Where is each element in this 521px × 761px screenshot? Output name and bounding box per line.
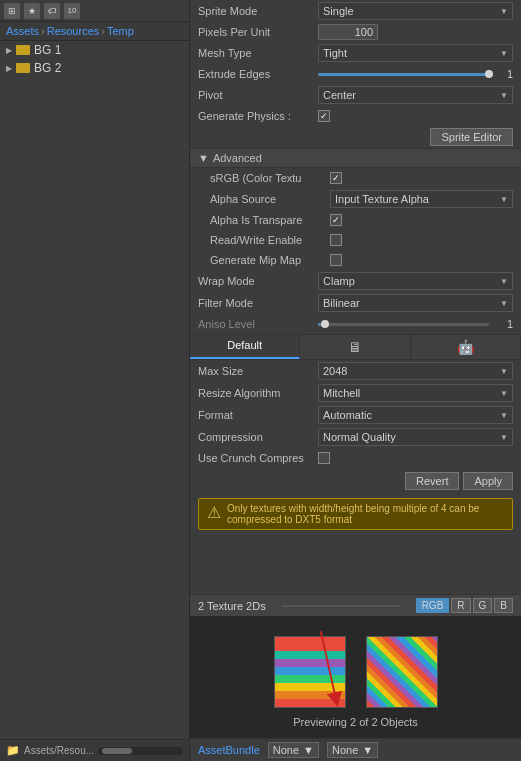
alpha-transparent-value: ✓: [330, 214, 513, 226]
thumb-img-2: [367, 637, 437, 707]
monitor-icon: 🖥: [348, 339, 362, 355]
thumb-img-1: [275, 637, 345, 707]
pivot-dropdown[interactable]: Center ▼: [318, 86, 513, 104]
horizontal-scrollbar[interactable]: [98, 747, 183, 755]
pivot-arrow: ▼: [500, 91, 508, 100]
prop-srgb: sRGB (Color Textu ✓: [190, 168, 521, 188]
preview-bottom: AssetBundle None ▼ None ▼: [190, 738, 521, 761]
alpha-source-dropdown[interactable]: Input Texture Alpha ▼: [330, 190, 513, 208]
breadcrumb-assets[interactable]: Assets: [6, 25, 39, 37]
aniso-level-value: 1: [318, 318, 513, 330]
generate-physics-value: ✓: [318, 110, 513, 122]
preview-thumb-1[interactable]: [274, 636, 346, 708]
alpha-source-label: Alpha Source: [210, 193, 330, 205]
max-size-value: 2048 ▼: [318, 362, 513, 380]
grid-icon[interactable]: ⊞: [4, 3, 20, 19]
compression-value: Normal Quality ▼: [318, 428, 513, 446]
asset-bundle-value-2: None: [332, 744, 358, 756]
breadcrumb: Assets › Resources › Temp: [0, 22, 189, 41]
compression-dropdown[interactable]: Normal Quality ▼: [318, 428, 513, 446]
tab-default-label: Default: [227, 339, 262, 351]
pixels-per-unit-input[interactable]: [318, 24, 378, 40]
preview-divider: [282, 605, 400, 607]
preview-thumb-2[interactable]: [366, 636, 438, 708]
channel-r-button[interactable]: R: [451, 598, 470, 613]
filter-mode-dropdown[interactable]: Bilinear ▼: [318, 294, 513, 312]
mip-map-checkbox[interactable]: [330, 254, 342, 266]
read-write-checkbox[interactable]: [330, 234, 342, 246]
mesh-type-value: Tight ▼: [318, 44, 513, 62]
filter-mode-arrow: ▼: [500, 299, 508, 308]
breadcrumb-resources[interactable]: Resources: [47, 25, 100, 37]
extrude-edges-track[interactable]: [318, 73, 489, 76]
inspector: Sprite Mode Single ▼ Pixels Per Unit Mes…: [190, 0, 521, 594]
generate-physics-checkbox[interactable]: ✓: [318, 110, 330, 122]
apply-button[interactable]: Apply: [463, 472, 513, 490]
breadcrumb-temp[interactable]: Temp: [107, 25, 134, 37]
sprite-mode-label: Sprite Mode: [198, 5, 318, 17]
aniso-thumb[interactable]: [321, 320, 329, 328]
prop-use-crunch: Use Crunch Compres: [190, 448, 521, 468]
asset-bundle-label[interactable]: AssetBundle: [198, 744, 260, 756]
tab-monitor[interactable]: 🖥: [300, 335, 410, 359]
prop-max-size: Max Size 2048 ▼: [190, 360, 521, 382]
preview-label: 2 Texture 2Ds: [198, 600, 266, 612]
alpha-source-value: Input Texture Alpha ▼: [330, 190, 513, 208]
tree-arrow-bg1: ▶: [6, 46, 12, 55]
resize-algorithm-dropdown[interactable]: Mitchell ▼: [318, 384, 513, 402]
wrap-mode-dropdown[interactable]: Clamp ▼: [318, 272, 513, 290]
sprite-mode-dropdown[interactable]: Single ▼: [318, 2, 513, 20]
srgb-checkbox[interactable]: ✓: [330, 172, 342, 184]
format-arrow: ▼: [500, 411, 508, 420]
prop-filter-mode: Filter Mode Bilinear ▼: [190, 292, 521, 314]
left-panel: ⊞ ★ 🏷 10 Assets › Resources › Temp ▶ BG …: [0, 0, 190, 761]
format-label: Format: [198, 409, 318, 421]
prop-resize-algorithm: Resize Algorithm Mitchell ▼: [190, 382, 521, 404]
revert-button[interactable]: Revert: [405, 472, 459, 490]
aniso-track[interactable]: [318, 323, 489, 326]
tag-icon[interactable]: 🏷: [44, 3, 60, 19]
action-buttons-row: Revert Apply: [190, 468, 521, 494]
extrude-edges-thumb[interactable]: [485, 70, 493, 78]
max-size-dropdown[interactable]: 2048 ▼: [318, 362, 513, 380]
tree-arrow-bg2: ▶: [6, 64, 12, 73]
warning-text: Only textures with width/height being mu…: [227, 503, 504, 525]
pixels-per-unit-label: Pixels Per Unit: [198, 26, 318, 38]
use-crunch-value: [318, 452, 513, 464]
mesh-type-arrow: ▼: [500, 49, 508, 58]
tab-android[interactable]: 🤖: [411, 335, 521, 359]
wrap-mode-label: Wrap Mode: [198, 275, 318, 287]
format-dropdown[interactable]: Automatic ▼: [318, 406, 513, 424]
mip-map-value: [330, 254, 513, 266]
filter-mode-text: Bilinear: [323, 297, 360, 309]
channel-rgb-button[interactable]: RGB: [416, 598, 450, 613]
tree-item-bg2[interactable]: ▶ BG 2: [0, 59, 189, 77]
channel-b-button[interactable]: B: [494, 598, 513, 613]
prop-format: Format Automatic ▼: [190, 404, 521, 426]
wrap-mode-arrow: ▼: [500, 277, 508, 286]
star-icon[interactable]: ★: [24, 3, 40, 19]
channel-g-button[interactable]: G: [473, 598, 493, 613]
asset-bundle-dropdown-2[interactable]: None ▼: [327, 742, 378, 758]
resize-algorithm-label: Resize Algorithm: [198, 387, 318, 399]
file-tree: ▶ BG 1 ▶ BG 2: [0, 41, 189, 739]
number-icon[interactable]: 10: [64, 3, 80, 19]
asset-bundle-dropdown[interactable]: None ▼: [268, 742, 319, 758]
read-write-value: [330, 234, 513, 246]
tree-item-bg1[interactable]: ▶ BG 1: [0, 41, 189, 59]
use-crunch-checkbox[interactable]: [318, 452, 330, 464]
read-write-label: Read/Write Enable: [210, 234, 330, 246]
prop-pixels-per-unit: Pixels Per Unit: [190, 22, 521, 42]
compression-arrow: ▼: [500, 433, 508, 442]
sprite-editor-button[interactable]: Sprite Editor: [430, 128, 513, 146]
max-size-label: Max Size: [198, 365, 318, 377]
mesh-type-dropdown[interactable]: Tight ▼: [318, 44, 513, 62]
compression-text: Normal Quality: [323, 431, 396, 443]
alpha-transparent-checkbox[interactable]: ✓: [330, 214, 342, 226]
folder-icon-bg2: [16, 63, 30, 73]
sprite-mode-value: Single ▼: [318, 2, 513, 20]
alpha-source-text: Input Texture Alpha: [335, 193, 429, 205]
format-text: Automatic: [323, 409, 372, 421]
prop-alpha-transparent: Alpha Is Transpare ✓: [190, 210, 521, 230]
tab-default[interactable]: Default: [190, 335, 300, 359]
